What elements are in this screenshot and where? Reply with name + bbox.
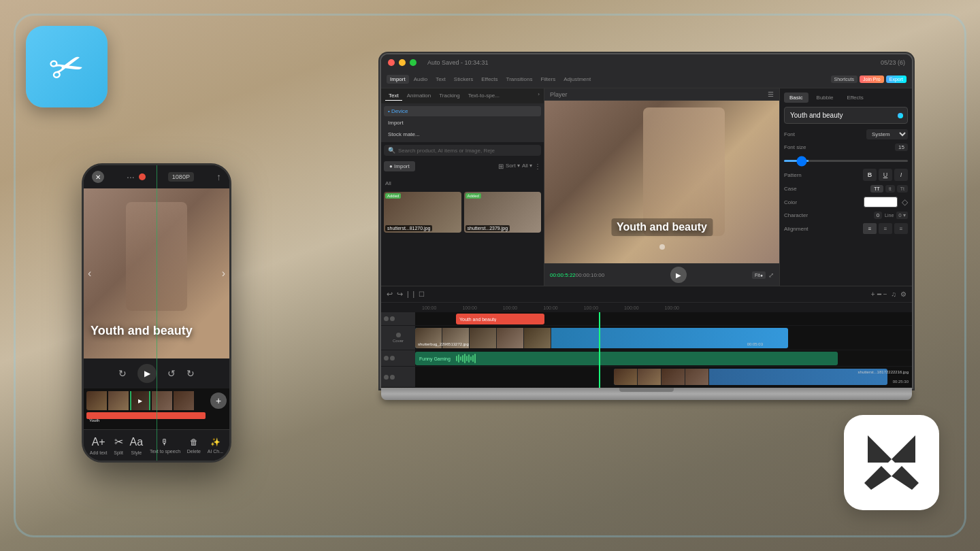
phone-text-track-label: Youth (86, 417, 102, 424)
adjustment-tab[interactable]: Adjustment (560, 75, 594, 84)
zoom-in-icon[interactable]: + (871, 290, 875, 298)
track-eye-icon[interactable] (384, 316, 389, 321)
grid-view-icon[interactable]: ⊞ (498, 163, 504, 170)
phone-tool-tts[interactable]: 🎙 Text to speech (150, 437, 180, 454)
filters-tab[interactable]: Filters (537, 75, 559, 84)
stock-mate-button[interactable]: Stock mate... (384, 129, 541, 139)
effects-tab[interactable]: Effects (478, 75, 501, 84)
text-to-speech-tab[interactable]: Text-to-spe... (465, 91, 503, 101)
close-dot[interactable] (388, 59, 395, 66)
minimize-dot[interactable] (399, 59, 406, 66)
font-size-label: Font size (784, 144, 806, 150)
track-eye-icon-3[interactable] (384, 356, 389, 361)
join-pro-button[interactable]: Join Pro (860, 76, 884, 83)
export-button[interactable]: Export (886, 76, 906, 83)
fullscreen-icon[interactable]: ⤢ (768, 271, 774, 279)
font-size-slider[interactable] (784, 160, 908, 162)
import-media-button[interactable]: ● Import (384, 161, 415, 171)
transitions-tab[interactable]: Transitions (503, 75, 536, 84)
video-track-bar-1[interactable] (415, 328, 788, 348)
font-select[interactable]: System Arial Helvetica (866, 129, 908, 139)
bold-button[interactable]: B (863, 169, 877, 181)
phone-tool-add-text[interactable]: A+ Add text (90, 436, 108, 455)
laptop-titlebar: Auto Saved - 10:34:31 05/23 (6) (381, 54, 912, 71)
ruler-mark-2: 100:00 (462, 305, 476, 310)
media-thumb-1[interactable]: Added shutterst...81270.jpg (384, 192, 461, 233)
scissors-icon: ✂ (44, 39, 89, 95)
zoom-out-icon[interactable]: − (883, 290, 887, 298)
shortcuts-button[interactable]: Shortcuts (831, 76, 858, 83)
loop-icon[interactable]: ↻ (118, 368, 127, 379)
phone-close-button[interactable]: ✕ (92, 171, 104, 183)
laptop-base (381, 388, 912, 400)
prev-arrow[interactable]: ‹ (88, 267, 91, 280)
track-lock-icon-2[interactable] (390, 375, 395, 380)
redo-icon[interactable]: ↪ (397, 290, 403, 299)
import-tab[interactable]: Import (387, 75, 409, 84)
align-left-button[interactable]: ≡ (863, 223, 877, 234)
bubble-tab[interactable]: Bubble (811, 93, 839, 103)
audio-track-bar[interactable]: Funny Gaming (415, 352, 838, 365)
phone-tool-split[interactable]: ✂ Split (114, 435, 123, 455)
track-eye-icon-4[interactable] (384, 375, 389, 380)
svg-marker-0 (868, 435, 895, 463)
player-menu-icon[interactable]: ☰ (768, 90, 774, 98)
text-editor-tab[interactable]: Text (385, 91, 402, 101)
animation-editor-tab[interactable]: Animation (404, 91, 435, 101)
phone-mockup: ✕ ··· 1080P ↑ ‹ › Youth and beauty (82, 163, 231, 463)
uppercase-button[interactable]: TT (870, 185, 883, 193)
forward-icon[interactable]: ↻ (186, 368, 195, 379)
phone-resolution-badge[interactable]: 1080P (168, 172, 194, 182)
svg-marker-1 (888, 435, 915, 463)
text-tab[interactable]: Text (432, 75, 449, 84)
cut-tool-icon[interactable]: | (407, 290, 409, 298)
color-label: Color (784, 199, 797, 205)
audio-tab[interactable]: Audio (410, 75, 431, 84)
media-thumb-2[interactable]: Added shutterst...2379.jpg (464, 192, 542, 233)
align-right-button[interactable]: ≡ (894, 223, 908, 234)
italic-button[interactable]: I (894, 169, 908, 181)
underline-button[interactable]: U (879, 169, 892, 181)
basic-tab[interactable]: Basic (784, 93, 808, 103)
track-eye-icon-2[interactable] (396, 333, 401, 337)
next-arrow[interactable]: › (222, 267, 225, 280)
expand-icon[interactable]: › (538, 91, 540, 101)
fit-button[interactable]: Fit● (752, 271, 766, 279)
device-button[interactable]: • Device (384, 106, 541, 116)
more-options-icon[interactable]: ⋮ (534, 163, 541, 170)
character-stepper[interactable]: 0 ▾ (896, 212, 908, 219)
track-lock-icon[interactable] (390, 316, 395, 321)
phone-tool-delete[interactable]: 🗑 Delete (187, 437, 201, 454)
zoom-slider-icon[interactable]: ━ (877, 290, 881, 298)
phone-add-clip-button[interactable]: + (210, 393, 227, 409)
titlecase-button[interactable]: Tt (897, 185, 908, 193)
tracking-editor-tab[interactable]: Tracking (436, 91, 463, 101)
all-filter[interactable]: All ▾ (522, 163, 532, 170)
maximize-dot[interactable] (410, 59, 416, 66)
stickers-tab[interactable]: Stickers (451, 75, 476, 84)
text-track-bar[interactable]: Youth and beauty (456, 314, 544, 324)
delete-tool-icon[interactable]: ☐ (419, 290, 425, 298)
undo-icon[interactable]: ↩ (387, 290, 393, 299)
color-swatch[interactable] (864, 197, 898, 207)
lowercase-button[interactable]: tt (885, 185, 895, 193)
video-track-row-1: Cover shutterbug_2296513272. (381, 326, 912, 350)
rewind-icon[interactable]: ↺ (167, 368, 176, 379)
phone-text-track[interactable]: Youth (86, 412, 206, 419)
sort-icon[interactable]: Sort ▾ (506, 163, 520, 170)
phone-tool-ai[interactable]: ✨ AI Ch... (208, 437, 223, 454)
split-tool-icon[interactable]: | (413, 290, 415, 298)
video-track-bar-2[interactable] (614, 369, 887, 385)
phone-play-button[interactable]: ▶ (137, 364, 157, 383)
add-audio-icon[interactable]: ♫ (892, 290, 897, 298)
play-button[interactable]: ▶ (670, 267, 687, 283)
phone-upload-icon[interactable]: ↑ (216, 171, 221, 182)
settings-icon[interactable]: ⚙ (900, 290, 906, 298)
search-placeholder: Search product, AI items or Image, Reje (398, 148, 495, 154)
effects-prop-tab[interactable]: Effects (841, 93, 868, 103)
track-mute-icon[interactable] (390, 356, 395, 361)
align-center-button[interactable]: ≡ (879, 223, 892, 234)
text-content-display[interactable]: Youth and beauty (790, 112, 843, 119)
phone-tool-style[interactable]: Aa Style (130, 436, 144, 455)
import-button[interactable]: Import (384, 118, 541, 128)
